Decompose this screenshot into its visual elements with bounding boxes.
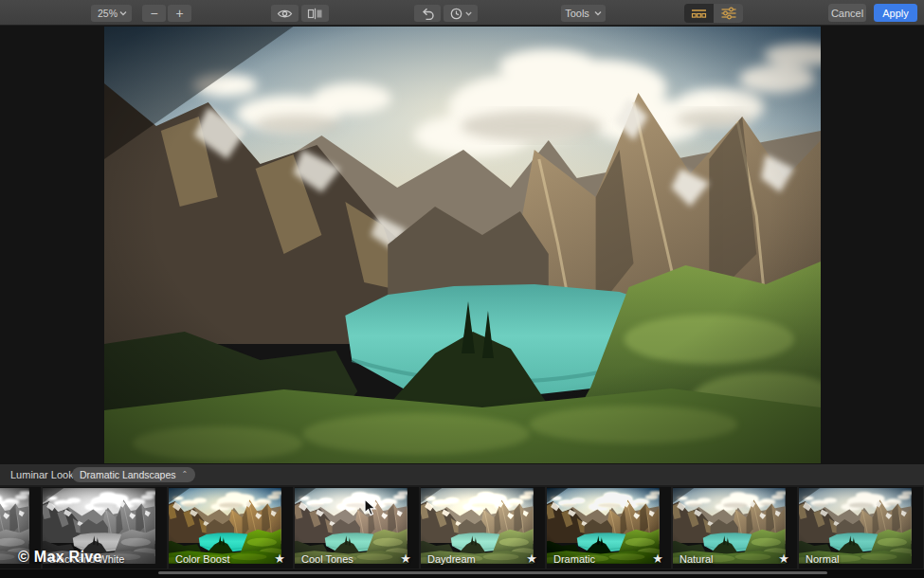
mouse-cursor xyxy=(364,498,376,516)
looks-bar-label: Luminar Looks: xyxy=(10,464,82,485)
look-label: Dramatic xyxy=(553,553,595,565)
photo-canvas-area xyxy=(0,26,924,464)
zoom-chevron-down-icon xyxy=(119,10,127,16)
filmstrip-scroll-track xyxy=(0,569,924,578)
look-label: Daydream xyxy=(427,553,476,565)
look-thumbnail[interactable]: Cool Tones ★ xyxy=(295,487,419,569)
minus-icon: − xyxy=(150,6,157,21)
looks-bar: Luminar Looks: Dramatic Landscapes ⌃ xyxy=(0,464,924,485)
looks-panel-toggle[interactable] xyxy=(684,4,714,23)
filmstrip-scrollbar[interactable] xyxy=(158,571,827,574)
looks-panel-icon xyxy=(690,8,708,20)
zoom-in-button[interactable]: + xyxy=(168,5,191,22)
undo-button[interactable] xyxy=(414,5,441,22)
compare-icon xyxy=(307,8,323,20)
luminar-window: 25% − + xyxy=(0,0,924,578)
history-clock-icon xyxy=(450,8,462,20)
looks-filmstrip[interactable]: Black and White Color Boost ★ Cool Tones… xyxy=(0,485,924,569)
look-label: Normal xyxy=(806,553,839,565)
look-label: Natural xyxy=(679,553,713,565)
star-icon[interactable]: ★ xyxy=(652,551,663,566)
history-button[interactable] xyxy=(444,5,478,22)
plus-icon: + xyxy=(175,6,183,21)
zoom-level-select[interactable]: 25% xyxy=(91,5,132,22)
zoom-out-button[interactable]: − xyxy=(142,5,166,22)
eye-icon xyxy=(277,8,293,20)
top-toolbar: 25% − + xyxy=(0,0,924,26)
tools-label: Tools xyxy=(565,8,589,19)
star-icon[interactable]: ★ xyxy=(526,551,537,566)
preview-toggle-button[interactable] xyxy=(271,5,299,22)
cancel-label: Cancel xyxy=(831,8,863,19)
look-label: Cool Tones xyxy=(301,553,353,565)
apply-label: Apply xyxy=(882,8,909,19)
undo-icon xyxy=(420,8,435,20)
look-thumbnail[interactable]: Dramatic ★ xyxy=(547,487,671,569)
category-chevron-up-icon: ⌃ xyxy=(182,471,189,479)
look-label: Color Boost xyxy=(175,553,229,565)
adjustments-icon xyxy=(720,7,737,20)
looks-category-value: Dramatic Landscapes xyxy=(80,469,176,480)
photo-canvas[interactable] xyxy=(104,27,821,463)
looks-category-dropdown[interactable]: Dramatic Landscapes ⌃ xyxy=(72,467,195,482)
apply-button[interactable]: Apply xyxy=(874,4,917,22)
zoom-level-value: 25% xyxy=(98,8,118,19)
compare-before-after-button[interactable] xyxy=(301,5,329,22)
cancel-button[interactable]: Cancel xyxy=(828,4,866,22)
look-thumbnail[interactable]: Natural ★ xyxy=(673,487,797,569)
look-thumbnail[interactable]: Color Boost ★ xyxy=(169,487,293,569)
history-chevron-down-icon xyxy=(465,11,472,16)
photographer-watermark: © Max Rive xyxy=(18,549,102,566)
look-thumbnail[interactable]: Daydream ★ xyxy=(421,487,545,569)
look-thumbnail[interactable]: Normal xyxy=(799,487,923,569)
star-icon[interactable]: ★ xyxy=(778,551,789,566)
star-icon[interactable]: ★ xyxy=(274,551,285,566)
star-icon[interactable]: ★ xyxy=(400,551,411,566)
tools-chevron-down-icon xyxy=(594,10,602,16)
tools-dropdown-button[interactable]: Tools xyxy=(561,5,606,22)
adjustments-panel-toggle[interactable] xyxy=(714,4,743,23)
